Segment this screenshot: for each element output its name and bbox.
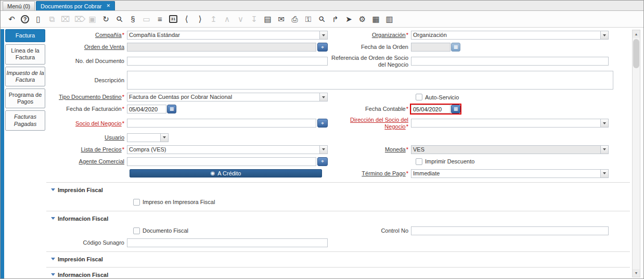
tipo-documento-dropdown-button[interactable] [319,93,328,102]
socio-negocio-search-button[interactable]: ⌖ [317,119,328,128]
fecha-orden-calendar-button[interactable]: ▦ [451,43,460,52]
descripcion-label: Descripción [46,77,124,84]
compania-dropdown-button[interactable] [319,31,328,40]
usuario-dropdown-button[interactable] [160,133,169,142]
moneda-label[interactable]: Moneda* [328,146,408,153]
print-icon[interactable]: ⎙ [290,15,299,23]
search-icon: ⌖ [321,45,324,50]
section-informacion-fiscal-1[interactable]: Informacion Fiscal [46,215,630,222]
attachment-icon[interactable]: § [128,15,137,23]
tipo-documento-combobox[interactable]: Factura de Cuentas por Cobrar Nacional [127,93,328,102]
sidebar-tab-impuesto-factura[interactable]: Impuesto de la Factura [5,67,45,86]
scroll-down-icon[interactable]: ▼ [633,269,640,277]
email-icon[interactable]: ✉ [277,15,286,23]
agente-comercial-label[interactable]: Agente Comercial [46,158,124,165]
direccion-socio-combobox[interactable] [411,119,609,128]
termino-pago-dropdown-button[interactable] [600,169,609,178]
orden-venta-label[interactable]: Orden de Venta [46,44,124,50]
compania-label[interactable]: Compañía* [46,32,124,39]
search-icon: ⌖ [321,159,324,164]
tab-menu[interactable]: Menú (0) [3,1,35,10]
new-record-icon[interactable]: ▯ [34,15,43,23]
report-icon[interactable]: ▦ [371,15,380,23]
lock-icon[interactable]: ⚿ [304,15,313,23]
next-record-icon[interactable]: ⟩ [196,15,204,23]
fecha-contable-label: Fecha Contable* [328,106,408,112]
find-icon[interactable]: ⚲ [113,13,125,25]
lista-precios-label[interactable]: Lista de Precios* [46,146,124,153]
usuario-label[interactable]: Usuario [46,134,124,141]
codigo-sunagro-input[interactable] [127,238,328,247]
row-impreso-impresora: Impreso en Impresora Fiscal [46,198,630,207]
chevron-down-icon [322,148,325,150]
zoom-across-icon[interactable]: ⚲ [316,13,328,25]
help-icon[interactable]: ? [21,15,29,23]
fecha-contable-calendar-button[interactable]: ▦ [451,105,460,113]
delete-selection-icon: ⌦ [74,15,83,23]
usuario-combobox[interactable] [127,133,169,142]
sidebar-tab-linea-factura[interactable]: Línea de la Factura [5,44,45,64]
control-no-input[interactable] [411,226,609,235]
fecha-facturacion-input[interactable] [127,105,166,113]
a-credito-button[interactable]: ◉ A Crédito [130,169,322,177]
socio-negocio-label[interactable]: Socio del Negocio* [46,120,124,127]
termino-pago-combobox[interactable]: Immediate [411,169,609,178]
chevron-down-icon [322,96,325,98]
scrollbar-thumb[interactable] [633,39,639,68]
archive-icon[interactable]: ▤ [263,15,272,23]
close-icon[interactable]: ✕ [106,4,110,8]
section-impresion-fiscal-1[interactable]: Impresión Fiscal [46,187,630,193]
section-impresion-fiscal-2[interactable]: Impresión Fiscal [46,256,630,262]
fecha-contable-field: ▦ [411,105,609,113]
organizacion-label[interactable]: Organización* [328,32,408,39]
compania-combobox[interactable]: Compañía Estándar [127,31,328,40]
row-credito-termino: ◉ A Crédito Término de Pago* Immediate [46,169,630,178]
scroll-up-icon[interactable]: ▲ [633,30,640,38]
organizacion-combobox[interactable]: Organización [411,31,609,40]
no-documento-input[interactable] [127,57,328,66]
workflow-icon[interactable]: ↱ [331,15,340,23]
moneda-dropdown-button[interactable] [600,145,609,154]
auto-servicio-checkbox[interactable] [416,94,422,100]
lista-precios-combobox[interactable]: Compra (VES) [127,145,328,154]
sidebar-tab-factura[interactable]: Factura [5,29,45,42]
tipo-documento-value: Factura de Cuentas por Cobrar Nacional [127,93,319,102]
credit-button-area: ◉ A Crédito [46,169,328,177]
print-preview-icon[interactable]: ▥ [385,15,394,23]
sidebar-tab-programa-pagos[interactable]: Programa de Pagos [5,88,45,108]
section-title: Impresión Fiscal [58,256,103,262]
auto-servicio-field: Auto-Servicio [411,94,609,100]
socio-negocio-input[interactable] [127,119,316,128]
section-separator [46,211,630,211]
fecha-facturacion-calendar-button[interactable]: ▦ [167,105,176,113]
tipo-documento-label[interactable]: Tipo Documento Destino* [46,94,124,100]
direccion-socio-label[interactable]: Dirección del Socio del Negocio* [328,117,408,130]
direccion-socio-dropdown-button[interactable] [600,119,609,128]
imprimir-descuento-checkbox[interactable] [416,158,422,165]
organizacion-dropdown-button[interactable] [600,31,609,40]
calendar-icon[interactable]: 31 [169,15,177,23]
termino-pago-label[interactable]: Término de Pago* [328,170,408,177]
agente-comercial-input[interactable] [127,157,316,166]
orden-venta-search-button[interactable]: ⌖ [317,43,328,52]
row-socio-negocio: Socio del Negocio* ⌖ Dirección del Socio… [46,117,630,130]
descripcion-textarea[interactable] [127,71,613,90]
vertical-scrollbar[interactable]: ▲ ▼ [632,30,640,277]
tab-documentos-por-cobrar[interactable]: Documentos por Cobrar ✕ [36,1,115,10]
refresh-icon[interactable]: ↻ [101,15,110,23]
grid-toggle-icon[interactable]: ≡ [156,15,164,23]
sidebar-tab-facturas-pagadas[interactable]: Facturas Pagadas [5,110,45,130]
documento-fiscal-checkbox[interactable] [133,227,140,234]
section-informacion-fiscal-2[interactable]: Informacion Fiscal [46,272,630,278]
referencia-orden-input[interactable] [411,57,609,66]
lista-precios-dropdown-button[interactable] [319,145,328,154]
fecha-contable-input[interactable] [411,105,450,113]
fecha-contable-datefield-highlighted: ▦ [411,105,460,113]
preference-gear-icon[interactable]: ⚙ [358,15,367,23]
section-title: Informacion Fiscal [58,272,108,278]
impreso-impresora-checkbox[interactable] [133,199,140,206]
agente-comercial-search-button[interactable]: ⌖ [317,157,328,166]
previous-record-icon[interactable]: ⟨ [182,15,191,23]
undo-icon[interactable]: ↶ [7,15,16,23]
send-request-icon[interactable]: ➤ [344,15,353,23]
